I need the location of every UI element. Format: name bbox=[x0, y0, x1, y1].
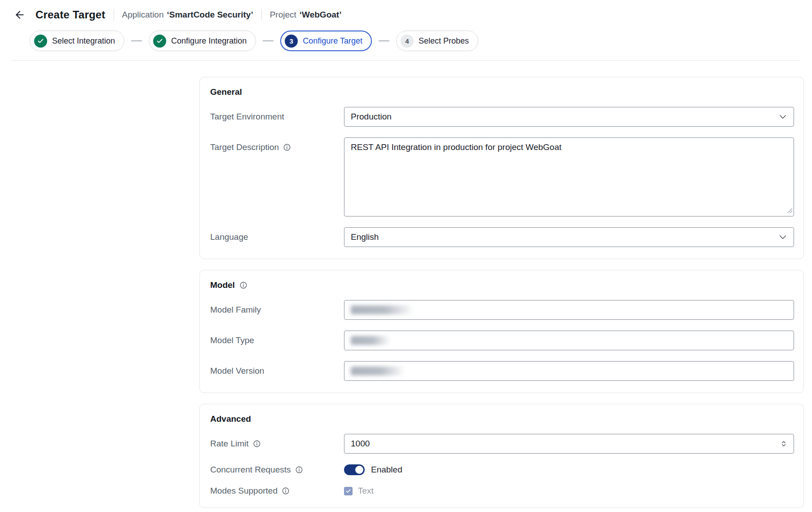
breadcrumb-application: Application ‘SmartCode Security’ bbox=[122, 10, 253, 20]
check-icon bbox=[34, 35, 47, 48]
project-name: ‘WebGoat’ bbox=[300, 10, 342, 20]
info-icon bbox=[253, 440, 261, 448]
step-number: 3 bbox=[285, 35, 298, 48]
info-icon bbox=[282, 487, 290, 495]
target-environment-row: Target Environment Production bbox=[210, 107, 794, 127]
language-row: Language English bbox=[210, 227, 794, 247]
back-button[interactable] bbox=[12, 7, 27, 22]
info-icon bbox=[283, 143, 291, 151]
title-row: Create Target Application ‘SmartCode Sec… bbox=[12, 7, 800, 22]
model-type-row: Model Type bbox=[210, 331, 794, 350]
step-label: Configure Target bbox=[303, 36, 362, 46]
create-target-page: Create Target Application ‘SmartCode Sec… bbox=[0, 0, 812, 508]
model-version-input[interactable] bbox=[344, 361, 794, 381]
step-connector bbox=[263, 40, 274, 41]
application-name: ‘SmartCode Security’ bbox=[167, 10, 253, 20]
topbar: Create Target Application ‘SmartCode Sec… bbox=[0, 0, 812, 61]
step-select-probes[interactable]: 4 Select Probes bbox=[396, 31, 478, 51]
number-stepper-icon[interactable] bbox=[780, 439, 787, 448]
rate-limit-row: Rate Limit 1000 bbox=[210, 434, 794, 454]
toggle-knob bbox=[355, 466, 363, 474]
chevron-down-icon bbox=[778, 112, 787, 121]
check-icon bbox=[153, 35, 166, 48]
language-value: English bbox=[351, 232, 379, 242]
target-environment-value: Production bbox=[351, 112, 392, 122]
target-environment-label: Target Environment bbox=[210, 112, 344, 122]
stepper: Select Integration Configure Integration… bbox=[30, 31, 800, 51]
step-select-integration[interactable]: Select Integration bbox=[30, 31, 124, 51]
arrow-left-icon bbox=[14, 9, 26, 21]
general-title: General bbox=[210, 87, 242, 97]
model-section: Model Model Family Model Type bbox=[199, 270, 804, 393]
redacted-value bbox=[351, 366, 405, 375]
step-label: Select Integration bbox=[52, 36, 115, 46]
model-family-label: Model Family bbox=[210, 305, 344, 315]
step-configure-target[interactable]: 3 Configure Target bbox=[280, 31, 372, 51]
target-description-textarea[interactable]: REST API Integration in production for p… bbox=[344, 137, 794, 216]
redacted-value bbox=[351, 336, 390, 345]
step-connector bbox=[379, 40, 389, 41]
step-connector bbox=[131, 40, 142, 41]
model-version-label: Model Version bbox=[210, 366, 344, 376]
general-section: General Target Environment Production bbox=[199, 77, 804, 259]
step-configure-integration[interactable]: Configure Integration bbox=[149, 31, 256, 51]
concurrent-requests-row: Concurrent Requests Enabled bbox=[210, 464, 794, 475]
info-icon bbox=[239, 281, 247, 289]
advanced-title: Advanced bbox=[210, 414, 251, 424]
step-label: Configure Integration bbox=[171, 36, 247, 46]
check-icon bbox=[345, 488, 351, 494]
concurrent-requests-label: Concurrent Requests bbox=[210, 465, 344, 475]
step-label: Select Probes bbox=[419, 36, 469, 46]
page-title: Create Target bbox=[35, 9, 106, 21]
model-family-input[interactable] bbox=[344, 300, 794, 320]
target-environment-select[interactable]: Production bbox=[344, 107, 794, 127]
model-version-row: Model Version bbox=[210, 361, 794, 381]
target-description-label: Target Description bbox=[210, 142, 344, 152]
advanced-section: Advanced Rate Limit 1000 bbox=[199, 404, 804, 508]
language-select[interactable]: English bbox=[344, 227, 794, 247]
model-type-label: Model Type bbox=[210, 335, 344, 345]
model-type-input[interactable] bbox=[344, 331, 794, 350]
modes-supported-label: Modes Supported bbox=[210, 486, 344, 496]
divider bbox=[261, 9, 262, 21]
modes-text-checkbox[interactable] bbox=[344, 487, 353, 495]
application-label: Application bbox=[122, 10, 164, 20]
form-area: General Target Environment Production bbox=[199, 77, 804, 508]
language-label: Language bbox=[210, 232, 344, 242]
project-label: Project bbox=[270, 10, 296, 20]
redacted-value bbox=[351, 305, 414, 314]
model-family-row: Model Family bbox=[210, 300, 794, 320]
rate-limit-input[interactable]: 1000 bbox=[344, 434, 794, 454]
step-number: 4 bbox=[401, 35, 414, 48]
chevron-down-icon bbox=[778, 233, 787, 242]
modes-text-label: Text bbox=[358, 486, 374, 496]
info-icon bbox=[295, 466, 303, 474]
model-title: Model bbox=[210, 280, 235, 290]
breadcrumb-project: Project ‘WebGoat’ bbox=[270, 10, 342, 20]
concurrent-requests-state: Enabled bbox=[371, 465, 402, 475]
divider bbox=[114, 9, 114, 21]
rate-limit-label: Rate Limit bbox=[210, 439, 344, 449]
rate-limit-value: 1000 bbox=[351, 439, 370, 449]
modes-supported-row: Modes Supported Text bbox=[210, 486, 794, 496]
concurrent-requests-toggle[interactable] bbox=[344, 464, 365, 475]
target-description-row: Target Description REST API Integration … bbox=[210, 137, 794, 216]
header-divider bbox=[12, 60, 800, 61]
